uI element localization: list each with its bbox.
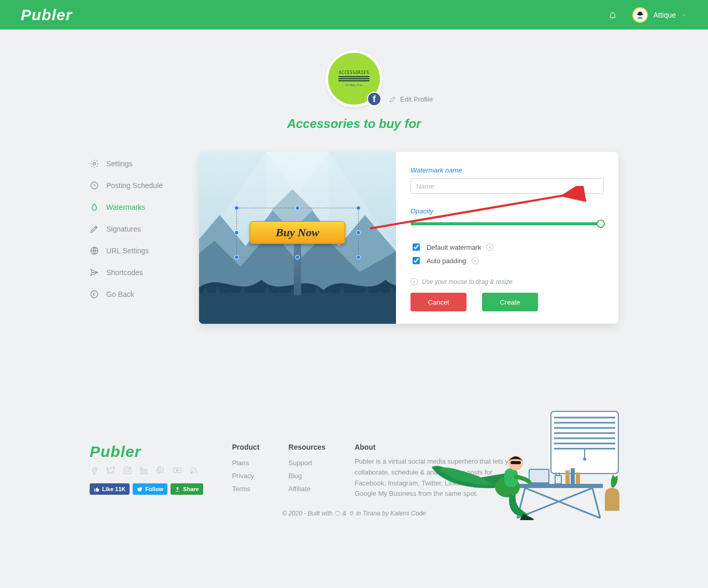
svg-rect-27 bbox=[555, 476, 561, 484]
watermark-name-label: Watermark name bbox=[410, 166, 604, 174]
svg-point-6 bbox=[91, 291, 98, 298]
profile-name: Accessories to buy for bbox=[287, 117, 421, 131]
opacity-label: Opacity bbox=[410, 207, 604, 215]
sidenav-item-posting-schedule[interactable]: Posting Schedule bbox=[90, 175, 163, 196]
info-icon[interactable]: i bbox=[472, 257, 479, 264]
footer-resources-heading: Resources bbox=[289, 443, 326, 451]
create-button[interactable]: Create bbox=[482, 293, 538, 311]
pen-icon bbox=[90, 224, 99, 234]
profile-header: ACCESSORIES To Buy For. f Edit Profile A… bbox=[90, 50, 618, 131]
resize-handle[interactable] bbox=[295, 206, 300, 210]
svg-point-14 bbox=[191, 472, 192, 474]
svg-point-12 bbox=[140, 467, 142, 468]
edit-profile-link[interactable]: Edit Profile bbox=[389, 95, 433, 103]
svg-rect-15 bbox=[551, 411, 618, 474]
watermark-selection-box[interactable]: Buy Now bbox=[236, 208, 359, 257]
drop-icon bbox=[90, 203, 99, 212]
svg-point-3 bbox=[93, 163, 96, 165]
slider-thumb[interactable] bbox=[597, 220, 605, 228]
svg-point-10 bbox=[129, 468, 130, 469]
svg-rect-26 bbox=[529, 469, 549, 483]
gear-icon bbox=[90, 159, 99, 168]
sidenav-item-settings[interactable]: Settings bbox=[90, 153, 163, 175]
rss-icon[interactable] bbox=[189, 466, 199, 475]
default-watermark-checkbox-row: Default watermark i bbox=[410, 242, 604, 252]
cancel-button[interactable]: Cancel bbox=[410, 293, 466, 311]
facebook-icon[interactable] bbox=[90, 466, 99, 475]
resize-handle[interactable] bbox=[356, 231, 361, 235]
footer-link[interactable]: Support bbox=[289, 459, 326, 467]
plug-icon bbox=[348, 510, 355, 517]
footer-link[interactable]: Terms bbox=[232, 485, 260, 493]
drag-hint: i Use your mouse to drag & resize bbox=[410, 278, 604, 285]
clock-icon bbox=[90, 181, 99, 190]
send-icon bbox=[90, 268, 99, 277]
resize-handle[interactable] bbox=[234, 255, 239, 260]
info-icon[interactable]: i bbox=[486, 243, 493, 251]
user-menu[interactable]: Attique bbox=[632, 7, 687, 23]
sidenav-item-go-back[interactable]: Go Back bbox=[90, 283, 163, 305]
svg-rect-2 bbox=[638, 13, 643, 15]
watermark-sample[interactable]: Buy Now bbox=[250, 221, 345, 244]
settings-sidenav: Settings Posting Schedule Watermarks Sig… bbox=[90, 152, 163, 305]
auto-padding-checkbox-row: Auto padding i bbox=[410, 255, 604, 266]
hero-illustration-icon bbox=[427, 406, 634, 520]
resize-handle[interactable] bbox=[356, 206, 361, 210]
svg-rect-11 bbox=[140, 469, 142, 474]
facebook-badge-icon: f bbox=[367, 92, 381, 106]
svg-point-9 bbox=[126, 469, 129, 472]
globe-icon bbox=[90, 246, 99, 255]
footer-link[interactable]: Plans bbox=[232, 459, 260, 467]
back-icon bbox=[90, 290, 99, 299]
auto-padding-checkbox[interactable] bbox=[413, 257, 420, 264]
profile-avatar[interactable]: ACCESSORIES To Buy For. f Edit Profile bbox=[325, 50, 383, 107]
footer-product-heading: Product bbox=[232, 443, 260, 451]
resize-handle[interactable] bbox=[356, 255, 361, 260]
svg-rect-32 bbox=[576, 472, 580, 484]
default-watermark-checkbox[interactable] bbox=[413, 243, 420, 251]
twitter-follow-button[interactable]: Follow bbox=[133, 483, 167, 495]
heart-icon bbox=[334, 510, 341, 517]
opacity-slider[interactable] bbox=[410, 219, 604, 228]
svg-rect-36 bbox=[511, 461, 521, 464]
svg-point-24 bbox=[583, 457, 586, 461]
svg-rect-31 bbox=[571, 468, 575, 484]
bell-icon[interactable] bbox=[608, 11, 617, 19]
svg-rect-30 bbox=[565, 470, 570, 484]
resize-handle[interactable] bbox=[295, 255, 300, 260]
sidenav-item-shortcodes[interactable]: Shortcodes bbox=[90, 262, 163, 283]
pinterest-icon[interactable] bbox=[156, 466, 165, 475]
instagram-icon[interactable] bbox=[123, 466, 132, 475]
resize-handle[interactable] bbox=[234, 231, 239, 235]
brand-logo[interactable]: Publer bbox=[21, 6, 72, 24]
watermark-name-input[interactable] bbox=[410, 178, 604, 194]
footer: Publer Like 11K Follow Share Product Pla… bbox=[0, 396, 708, 531]
youtube-icon[interactable] bbox=[173, 466, 182, 475]
resize-handle[interactable] bbox=[234, 206, 239, 210]
footer-link[interactable]: Privacy bbox=[232, 472, 260, 480]
sidenav-item-url-settings[interactable]: URL Settings bbox=[90, 240, 163, 262]
info-icon: i bbox=[410, 278, 418, 285]
linkedin-icon[interactable] bbox=[139, 466, 149, 475]
fb-like-button[interactable]: Like 11K bbox=[90, 483, 130, 495]
twitter-icon[interactable] bbox=[106, 466, 116, 475]
footer-brand-logo[interactable]: Publer bbox=[90, 443, 203, 461]
share-button[interactable]: Share bbox=[171, 483, 203, 495]
top-bar: Publer Attique bbox=[0, 0, 708, 30]
footer-link[interactable]: Affiliate bbox=[289, 485, 326, 493]
watermark-form: Watermark name Opacity Default watermark… bbox=[396, 152, 618, 324]
username-label: Attique bbox=[653, 11, 676, 19]
sidenav-item-watermarks[interactable]: Watermarks bbox=[90, 196, 163, 218]
user-avatar-icon bbox=[632, 7, 648, 23]
sidenav-item-signatures[interactable]: Signatures bbox=[90, 218, 163, 240]
edit-icon bbox=[389, 95, 397, 103]
footer-link[interactable]: Blog bbox=[289, 472, 326, 480]
watermark-editor-card: Buy Now Watermark name Opacity bbox=[199, 152, 618, 324]
chevron-down-icon bbox=[681, 12, 687, 18]
watermark-preview[interactable]: Buy Now bbox=[199, 152, 396, 324]
